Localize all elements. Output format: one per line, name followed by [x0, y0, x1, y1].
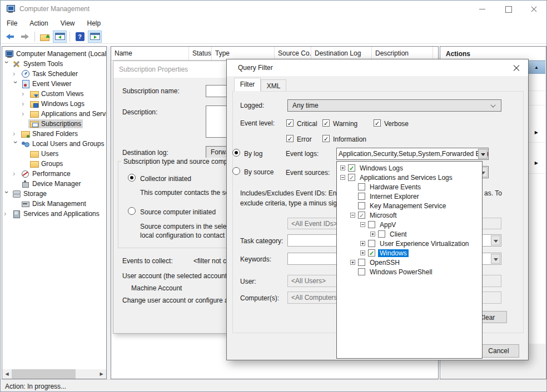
tree-item-users[interactable]: Users [2, 149, 106, 159]
log-tree-item-windows[interactable]: +✓Windows [360, 248, 482, 258]
expand-plus-icon[interactable]: + [360, 250, 365, 255]
dropdown-button-icon[interactable] [491, 235, 500, 245]
minimize-icon[interactable] [470, 1, 495, 17]
tree-item-applications-and-services-logs[interactable]: ›Applications and Services Logs [2, 109, 106, 119]
tree-item-task-scheduler[interactable]: ›Task Scheduler [2, 69, 106, 79]
tree-item-content[interactable]: Event Viewer [19, 79, 73, 88]
console-tree-toggle-button[interactable] [53, 31, 67, 43]
tree-item-content[interactable]: Device Manager [19, 179, 82, 188]
tree-item-event-viewer[interactable]: ›Event Viewer [2, 79, 106, 89]
tree-item-content[interactable]: Storage [11, 189, 48, 198]
checkbox-verbose[interactable]: ✓ [374, 119, 381, 127]
flyout-arrow-icon[interactable]: ▶ [535, 160, 538, 165]
tree-item-computer-management-local-[interactable]: Computer Management (Local) [2, 49, 106, 59]
tree-item-shared-folders[interactable]: ›Shared Folders [2, 129, 106, 139]
tree-item-content[interactable]: Groups [28, 159, 64, 168]
menu-item-action[interactable]: Action [23, 18, 54, 29]
logged-combo[interactable]: Any time [287, 99, 501, 112]
chevron-expanded-icon[interactable]: › [3, 61, 11, 67]
dropdown-button-icon[interactable] [478, 149, 488, 159]
log-tree-item-internet-explorer[interactable]: Internet Explorer [350, 192, 482, 201]
menu-item-help[interactable]: Help [81, 18, 107, 29]
scroll-left-icon[interactable]: ◀ [2, 369, 12, 379]
menu-item-file[interactable]: File [1, 18, 23, 29]
column-header-description[interactable]: Description [372, 47, 433, 60]
help-button[interactable] [73, 31, 87, 43]
checkbox-information[interactable]: ✓ [322, 135, 330, 142]
flyout-arrow-icon[interactable]: ▶ [535, 130, 538, 135]
log-tree-item-openssh[interactable]: +OpenSSH [350, 258, 482, 267]
chevron-collapsed-icon[interactable]: › [13, 70, 18, 78]
chevron-collapsed-icon[interactable]: › [22, 100, 27, 108]
tab-filter[interactable]: Filter [234, 78, 261, 92]
log-checkbox[interactable] [368, 221, 375, 228]
checkbox-warning[interactable]: ✓ [322, 119, 330, 127]
tree-item-subscriptions[interactable]: Subscriptions [2, 119, 106, 129]
scroll-right-icon[interactable]: ▶ [97, 369, 106, 379]
collapse-section-icon[interactable]: ▲ [534, 65, 539, 70]
expand-plus-icon[interactable]: + [360, 241, 365, 246]
tree-item-content[interactable]: Applications and Services Logs [28, 109, 107, 118]
log-tree-item-windows-powershell[interactable]: Windows PowerShell [350, 267, 482, 277]
tree-item-groups[interactable]: Groups [2, 159, 106, 169]
log-checkbox[interactable]: ✓ [358, 212, 365, 219]
chevron-expanded-icon[interactable]: › [12, 81, 19, 87]
log-checkbox[interactable]: ✓ [348, 164, 355, 172]
tree-item-local-users-and-groups[interactable]: ›Local Users and Groups [2, 139, 106, 149]
chevron-collapsed-icon[interactable]: › [13, 130, 18, 138]
close-icon[interactable] [521, 1, 546, 17]
tree-item-performance[interactable]: ›Performance [2, 169, 106, 179]
expand-plus-icon[interactable]: + [350, 260, 355, 265]
log-tree-item-user-experience-virtualization[interactable]: +User Experience Virtualization [360, 239, 482, 248]
log-checkbox[interactable]: ✓ [368, 249, 375, 257]
log-tree-item-client[interactable]: +Client [370, 229, 482, 239]
tree-item-content[interactable]: Local Users and Groups [19, 139, 106, 148]
tree-item-content[interactable]: Shared Folders [19, 129, 79, 138]
chevron-expanded-icon[interactable]: › [3, 191, 11, 197]
log-checkbox[interactable] [368, 240, 375, 247]
action-pane-toggle-button[interactable] [88, 31, 102, 43]
up-one-level-button[interactable] [38, 31, 52, 43]
collector-initiated-radio[interactable] [128, 174, 136, 182]
log-tree-item-applications-and-services-logs[interactable]: −✓Applications and Services Logs [340, 173, 482, 182]
tree-item-content[interactable]: Task Scheduler [19, 69, 79, 78]
expand-plus-icon[interactable]: + [370, 232, 375, 237]
collapse-minus-icon[interactable]: − [350, 213, 355, 218]
maximize-icon[interactable] [495, 1, 521, 17]
back-button[interactable] [3, 31, 17, 43]
column-header-type[interactable]: Type [212, 47, 275, 60]
collapse-minus-icon[interactable]: − [340, 175, 345, 180]
tree-item-content[interactable]: Disk Management [19, 199, 88, 208]
column-header-name[interactable]: Name [111, 47, 189, 60]
tree-item-content[interactable]: Subscriptions [28, 119, 83, 128]
tree-item-content[interactable]: System Tools [11, 59, 64, 68]
log-checkbox[interactable] [358, 202, 365, 209]
tree-item-content[interactable]: Windows Logs [28, 99, 86, 108]
checkbox-error[interactable]: ✓ [286, 135, 294, 142]
tab-xml[interactable]: XML [261, 79, 286, 92]
log-checkbox[interactable] [358, 259, 365, 266]
log-tree-item-key-management-service[interactable]: Key Management Service [350, 201, 482, 210]
scrollbar-thumb[interactable] [12, 369, 76, 379]
tree-item-device-manager[interactable]: Device Manager [2, 179, 106, 189]
log-tree-item-appv[interactable]: −AppV [360, 220, 482, 229]
checkbox-critical[interactable]: ✓ [286, 119, 294, 127]
log-tree-item-hardware-events[interactable]: Hardware Events [350, 182, 482, 192]
horizontal-scrollbar[interactable]: ◀ ▶ [2, 369, 106, 379]
tree-item-content[interactable]: Computer Management (Local) [3, 49, 107, 58]
cancel-button[interactable]: Cancel [478, 344, 519, 358]
event-logs-combo[interactable]: Application,Security,Setup,System,Forwar… [336, 148, 489, 160]
chevron-collapsed-icon[interactable]: › [22, 110, 27, 118]
pane-splitter[interactable] [107, 46, 111, 379]
log-tree-item-microsoft[interactable]: −✓Microsoft [350, 210, 482, 220]
tree-item-content[interactable]: Custom Views [28, 89, 85, 98]
tree-item-system-tools[interactable]: ›System Tools [2, 59, 106, 69]
column-header-destination-log[interactable]: Destination Log [311, 47, 372, 60]
tree-item-content[interactable]: Performance [19, 169, 72, 178]
chevron-expanded-icon[interactable]: › [12, 141, 19, 147]
log-tree-item-windows-logs[interactable]: +✓Windows Logs [340, 163, 482, 173]
chevron-collapsed-icon[interactable]: › [22, 90, 27, 98]
source-initiated-radio[interactable] [128, 207, 136, 215]
tree-item-content[interactable]: Services and Applications [11, 209, 101, 218]
collapse-minus-icon[interactable]: − [360, 222, 365, 227]
